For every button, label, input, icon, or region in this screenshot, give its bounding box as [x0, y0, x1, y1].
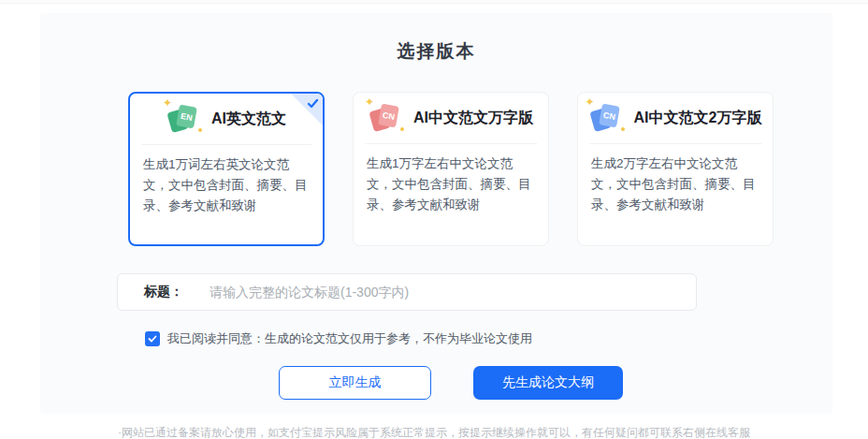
page-title: 选择版本 [40, 39, 832, 64]
card-header: ✦ CN AI中文范文万字版 [354, 93, 548, 143]
sparkle-icon: ✦ [365, 96, 374, 108]
card-description: 生成2万字左右中文论文范文，文中包含封面、摘要、目录、参考文献和致谢 [578, 144, 773, 215]
version-card-ai-english[interactable]: ✦ EN AI英文范文 生成1万词左右英文论文范文，文中包含封面、摘要、目录、参… [128, 92, 325, 246]
cn-document-icon-pink: ✦ CN [369, 102, 404, 134]
action-buttons: 立即生成 先生成论文大纲 [128, 366, 774, 400]
card-description: 生成1万字左右中文论文范文，文中包含封面、摘要、目录、参考文献和致谢 [354, 144, 548, 215]
top-divider [0, 0, 868, 4]
card-title: AI中文范文2万字版 [634, 109, 762, 128]
checkbox-check-icon [148, 334, 157, 344]
version-card-ai-chinese-20k[interactable]: ✦ CN AI中文范文2万字版 生成2万字左右中文论文范文，文中包含封面、摘要、… [577, 92, 774, 246]
card-description: 生成1万词左右英文论文范文，文中包含封面、摘要、目录、参考文献和致谢 [130, 145, 323, 216]
card-header: ✦ CN AI中文范文2万字版 [578, 93, 773, 143]
version-cards: ✦ EN AI英文范文 生成1万词左右英文论文范文，文中包含封面、摘要、目录、参… [128, 92, 774, 246]
generate-now-button[interactable]: 立即生成 [279, 366, 431, 400]
sparkle-icon: ✦ [586, 96, 595, 108]
card-title: AI中文范文万字版 [413, 109, 533, 128]
version-card-ai-chinese-10k[interactable]: ✦ CN AI中文范文万字版 生成1万字左右中文论文范文，文中包含封面、摘要、目… [353, 92, 549, 246]
sparkle-icon: ✦ [163, 97, 172, 109]
footer-notice: ·网站已通过备案请放心使用，如支付宝提示风险属于系统正常提示，按提示继续操作就可… [0, 425, 868, 439]
agreement-row: 我已阅读并同意：生成的论文范文仅用于参考，不作为毕业论文使用 [145, 330, 832, 347]
cn-badge: CN [599, 104, 620, 128]
title-label: 标题： [144, 284, 183, 300]
agreement-text: 我已阅读并同意：生成的论文范文仅用于参考，不作为毕业论文使用 [167, 330, 532, 347]
cn-badge: CN [378, 104, 399, 128]
title-input-row: 标题： [117, 273, 697, 311]
cn-document-icon-blue: ✦ CN [589, 102, 625, 134]
paper-title-input[interactable] [208, 284, 696, 300]
generate-outline-first-button[interactable]: 先生成论文大纲 [473, 366, 623, 400]
card-title: AI英文范文 [211, 110, 286, 129]
agreement-checkbox[interactable] [145, 331, 160, 346]
version-select-panel: 选择版本 ✦ EN AI英文范文 生成1万词左右英文论文范文，文中包含封面、摘要… [40, 13, 832, 414]
en-badge: EN [176, 105, 197, 129]
selected-check-icon [307, 97, 319, 110]
en-document-icon: ✦ EN [166, 103, 202, 135]
